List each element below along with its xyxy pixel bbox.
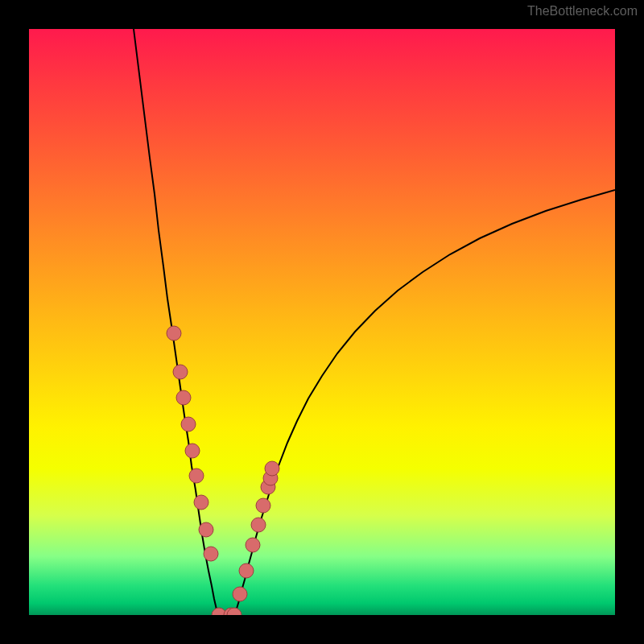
data-marker xyxy=(246,538,260,552)
data-marker xyxy=(189,469,204,483)
data-marker xyxy=(173,365,188,379)
data-marker xyxy=(167,326,181,341)
data-marker xyxy=(176,390,191,405)
data-markers xyxy=(29,29,615,615)
data-marker xyxy=(233,587,247,601)
data-marker xyxy=(256,498,270,513)
data-marker xyxy=(265,461,279,476)
data-marker xyxy=(239,564,254,578)
data-marker xyxy=(185,444,200,458)
chart-frame: TheBottleneck.com xyxy=(0,0,644,644)
watermark-text: TheBottleneck.com xyxy=(527,5,638,18)
data-marker xyxy=(194,495,208,510)
data-marker xyxy=(251,518,266,532)
data-marker xyxy=(199,522,213,537)
data-marker xyxy=(204,547,218,561)
data-marker xyxy=(181,417,196,431)
